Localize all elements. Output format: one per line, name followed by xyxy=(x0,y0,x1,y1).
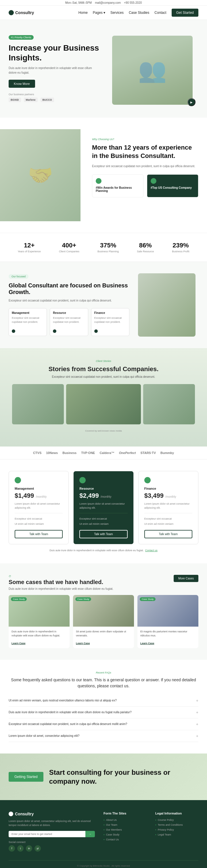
faq-item-3[interactable]: Excepteur sint occaecat cupidatat non pr… xyxy=(9,718,198,730)
cases-more-button[interactable]: More Cases xyxy=(174,575,198,582)
footer-link-about[interactable]: About Us xyxy=(104,818,147,822)
pricing-finance-price: $3,499 /monthly xyxy=(144,492,192,499)
play-button[interactable]: ▶ xyxy=(187,98,196,106)
media-10news: 10News xyxy=(46,451,58,455)
case-learn-2[interactable]: Learn Case xyxy=(76,642,90,645)
hero-cta-button[interactable]: Know More xyxy=(9,80,35,88)
footer-link-case-study[interactable]: Case Study xyxy=(104,833,147,836)
case-card-3: Case Study Et magnis dis parturient mont… xyxy=(137,595,198,648)
focus-left: Our focused Global Consultant are focuse… xyxy=(9,273,129,337)
pricing-card-finance: Finance $3,499 /monthly Lorem ipsum dolo… xyxy=(138,471,198,544)
case-content-3: Et magnis dis parturient montes nascetur… xyxy=(137,627,198,648)
footer-bottom: © Copyright by Blitmedia Studio . All ri… xyxy=(9,860,198,867)
footer-col-sites: Form The Sites About Us Our Team Our Mem… xyxy=(104,812,147,851)
nav-logo: Consultry xyxy=(9,10,34,15)
cta-getting-started-button[interactable]: Getting Started xyxy=(9,772,43,782)
hero-right: 👥 ▶ xyxy=(106,31,198,109)
social-facebook-icon[interactable]: f xyxy=(9,845,15,851)
top-bar-hours: Mon–Sat, 9AM–5PM xyxy=(65,1,92,4)
faq-item-4[interactable]: Lorem ipsum dolor sit amet, consectetur … xyxy=(9,730,198,742)
faq-toggle-4[interactable]: + xyxy=(196,734,198,738)
focus-card-management: Management Excepteur sint occaecat cupid… xyxy=(9,308,47,336)
footer-link-members[interactable]: Our Members xyxy=(104,828,147,831)
footer-email-submit[interactable]: → xyxy=(85,831,95,837)
nav-pages[interactable]: Pages ▾ xyxy=(93,11,105,15)
about-title: More than 12 years of experience in the … xyxy=(92,144,198,160)
nav-get-started-button[interactable]: Get Started xyxy=(172,9,198,17)
focus-card-resource-desc: Excepteur sint occaecat cupidatat non pr… xyxy=(53,316,85,324)
case-content-1: Duis aute irure dolor in reprehenderit i… xyxy=(9,627,70,648)
footer-link-privacy[interactable]: Privacy Policy xyxy=(155,828,198,831)
footer-email-input[interactable] xyxy=(9,831,85,837)
footer-sites-list: About Us Our Team Our Members Case Study… xyxy=(104,818,147,841)
case-badge-3: Case Study xyxy=(140,597,156,601)
case-content-2: Sit amet justo donec enim diam vulputate… xyxy=(73,627,134,648)
pricing-resource-cta[interactable]: Talk with Team xyxy=(79,530,127,538)
stat-clients: 400+ Client Companies xyxy=(59,242,79,253)
social-twitter-icon[interactable]: t xyxy=(17,845,24,851)
case-learn-1[interactable]: Learn Case xyxy=(11,642,26,645)
media-oneperfect: OnePerfect xyxy=(119,451,136,455)
faq-item-1[interactable]: Ut enim ad minim veniam, quis nostrud ex… xyxy=(9,695,198,707)
pricing-finance-cta[interactable]: Talk with Team xyxy=(144,530,192,538)
top-bar-phone: +90 555-2020 xyxy=(124,1,142,4)
media-logos: CTVS 10News Business TVP·ONE Caldera™ On… xyxy=(0,446,207,460)
footer-link-course-policy[interactable]: Course Policy xyxy=(155,818,198,822)
footer-link-terms[interactable]: Terms and Conditions xyxy=(155,824,198,826)
hero-image-inner: 👥 xyxy=(112,36,193,105)
about-cards: #Win Awards for Business Planning #Top U… xyxy=(92,174,198,197)
nav-case-studies[interactable]: Case Studies xyxy=(129,11,149,15)
social-linkedin-icon[interactable]: in xyxy=(26,845,32,851)
faq-toggle-3[interactable]: + xyxy=(196,722,198,726)
about-content: Why Choosing Us? More than 12 years of e… xyxy=(80,129,207,221)
footer-grid: Consultry Lorem ipsum dolor sit amet, co… xyxy=(9,812,198,851)
planning-title: #Win Awards for Business Planning xyxy=(96,186,140,192)
navbar: Consultry Home Pages ▾ Services Case Stu… xyxy=(0,6,207,20)
case-badge-2: Case Study xyxy=(75,597,91,601)
social-youtube-icon[interactable]: yt xyxy=(34,845,41,851)
pricing-resource-desc: Lorem ipsum dolor sit amet consectetur a… xyxy=(79,502,127,510)
footer: Consultry Lorem ipsum dolor sit amet, co… xyxy=(0,800,207,868)
cases-header: ⏱ Some cases that we have handled. Duis … xyxy=(9,575,198,590)
pricing-finance-desc: Lorem ipsum dolor sit amet consectetur a… xyxy=(144,502,192,510)
media-stars: STARS·TV xyxy=(140,451,156,455)
about-card-consulting: #Top US Consulting Company xyxy=(147,174,198,197)
nav-home[interactable]: Home xyxy=(78,11,88,15)
case-desc-1: Duis aute irure dolor in reprehenderit i… xyxy=(11,629,67,638)
focus-card-finance-title: Finance xyxy=(94,311,126,314)
media-tvpone: TVP·ONE xyxy=(81,451,95,455)
nav-services[interactable]: Services xyxy=(110,11,124,15)
footer-link-legal-team[interactable]: Legal Team xyxy=(155,833,198,836)
partners: BOXID Marlene BUCCO xyxy=(9,97,101,102)
about-image: 🤝 xyxy=(0,129,80,221)
pricing-card-resource: Resource $2,499 /monthly Lorem ipsum dol… xyxy=(73,471,133,544)
focus-card-management-desc: Excepteur sint occaecat cupidatat non pr… xyxy=(12,316,44,324)
focus-image xyxy=(138,273,196,337)
footer-link-team[interactable]: Our Team xyxy=(104,824,147,826)
footer-link-contact[interactable]: Contact Us xyxy=(104,838,147,841)
faq-question-1: Ut enim ad minim veniam, quis nostrud ex… xyxy=(9,698,196,703)
footer-logo: Consultry xyxy=(9,812,95,816)
media-business: Business xyxy=(62,451,76,455)
stat-clients-number: 400+ xyxy=(59,242,79,249)
pricing-management-desc: Lorem ipsum dolor sit amet consectetur a… xyxy=(15,502,63,510)
media-bummby: Bummby xyxy=(161,451,174,455)
case-image-1: Case Study xyxy=(9,595,70,627)
media-caldera: Caldera™ xyxy=(100,451,114,455)
pricing-management-cta[interactable]: Talk with Team xyxy=(15,530,63,538)
faq-toggle-1[interactable]: + xyxy=(196,698,198,703)
resource-dot-icon xyxy=(53,330,56,333)
about-card-planning: #Win Awards for Business Planning xyxy=(92,174,143,197)
case-learn-3[interactable]: Learn Case xyxy=(140,642,154,645)
stat-sale-label: Sale Resource xyxy=(137,250,154,253)
covered-label: Covered by well-known news media xyxy=(9,430,198,432)
stat-profit-label: Business Profit xyxy=(172,250,189,253)
faq-toggle-2[interactable]: + xyxy=(196,710,198,715)
nav-contact[interactable]: Contact xyxy=(154,11,166,15)
faq-item-2[interactable]: Duis aute irure dolor in reprehenderit i… xyxy=(9,707,198,718)
footer-email-form: → xyxy=(9,831,95,837)
footer-description: Lorem ipsum dolor sit amet, consectetur … xyxy=(9,819,95,828)
pricing-contact-link[interactable]: Contact us xyxy=(145,549,158,552)
footer-logo-circle xyxy=(9,812,13,816)
chevron-down-icon: ▾ xyxy=(104,11,105,15)
